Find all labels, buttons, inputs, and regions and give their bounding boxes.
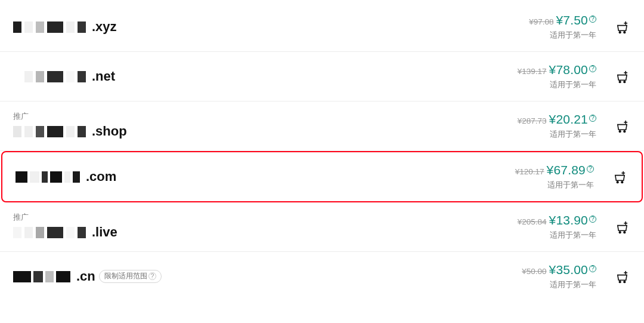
add-to-cart-icon bbox=[615, 119, 629, 133]
domain-row: .com¥120.17¥67.89?适用于第一年 bbox=[1, 151, 643, 202]
price-line: ¥120.17¥67.89? bbox=[515, 163, 594, 177]
domain-row-right: ¥120.17¥67.89?适用于第一年 bbox=[515, 163, 628, 190]
svg-point-11 bbox=[623, 130, 625, 132]
price-group: ¥287.73¥20.21?适用于第一年 bbox=[518, 112, 596, 140]
add-to-cart-icon bbox=[615, 270, 629, 284]
add-to-cart-button[interactable] bbox=[613, 267, 631, 285]
domain-tld: .net bbox=[92, 69, 115, 84]
svg-point-19 bbox=[623, 231, 625, 233]
domain-row-right: ¥50.00¥35.00?适用于第一年 bbox=[522, 263, 631, 290]
price-info-icon[interactable]: ? bbox=[589, 216, 596, 223]
original-price: ¥97.08 bbox=[529, 17, 553, 26]
domain-tld: .xyz bbox=[92, 19, 117, 35]
redacted-domain-name bbox=[13, 21, 86, 33]
redacted-domain-name bbox=[13, 126, 86, 137]
original-price: ¥50.00 bbox=[522, 267, 546, 276]
price-line: ¥50.00¥35.00? bbox=[522, 263, 596, 277]
price-line: ¥139.17¥78.00? bbox=[518, 63, 596, 77]
domain-row-left: 推广.shop bbox=[13, 113, 127, 140]
svg-point-15 bbox=[621, 181, 623, 183]
price-info-icon[interactable]: ? bbox=[587, 165, 594, 173]
svg-point-3 bbox=[623, 31, 625, 33]
svg-point-2 bbox=[619, 31, 621, 33]
svg-point-23 bbox=[623, 281, 625, 282]
original-price: ¥205.84 bbox=[518, 217, 547, 226]
price-note: 适用于第一年 bbox=[550, 129, 596, 140]
original-price: ¥287.73 bbox=[518, 116, 547, 125]
domain-search-results: .xyz¥97.08¥7.50?适用于第一年 .net¥139.17¥78.00… bbox=[0, 0, 644, 307]
add-to-cart-button[interactable] bbox=[613, 218, 631, 236]
domain-row-left: 推广.live bbox=[13, 214, 117, 241]
add-to-cart-icon bbox=[613, 170, 627, 184]
domain-tld: .shop bbox=[92, 124, 127, 139]
promo-tag: 推广 bbox=[13, 214, 117, 222]
price-group: ¥50.00¥35.00?适用于第一年 bbox=[522, 263, 596, 290]
svg-point-10 bbox=[619, 130, 621, 132]
domain-row-left: .xyz bbox=[13, 19, 117, 35]
price-note: 适用于第一年 bbox=[550, 30, 596, 41]
price-line: ¥287.73¥20.21? bbox=[518, 112, 596, 127]
domain-row-left: .cn限制适用范围? bbox=[13, 269, 162, 284]
restriction-badge-label: 限制适用范围 bbox=[104, 271, 147, 281]
original-price: ¥120.17 bbox=[515, 167, 544, 176]
domain-row-right: ¥287.73¥20.21?适用于第一年 bbox=[518, 112, 631, 140]
price-line: ¥205.84¥13.90? bbox=[518, 213, 596, 227]
add-to-cart-icon bbox=[615, 220, 629, 234]
domain-line: .live bbox=[13, 224, 117, 240]
domain-row-right: ¥97.08¥7.50?适用于第一年 bbox=[529, 13, 631, 41]
promo-tag: 推广 bbox=[13, 113, 127, 121]
price-line: ¥97.08¥7.50? bbox=[529, 13, 596, 27]
domain-row-right: ¥205.84¥13.90?适用于第一年 bbox=[518, 213, 631, 241]
domain-row: 推广.live¥205.84¥13.90?适用于第一年 bbox=[0, 202, 644, 252]
add-to-cart-button[interactable] bbox=[613, 18, 631, 36]
price-group: ¥205.84¥13.90?适用于第一年 bbox=[518, 213, 596, 241]
price-info-icon[interactable]: ? bbox=[589, 265, 596, 272]
domain-row: .cn限制适用范围?¥50.00¥35.00?适用于第一年 bbox=[0, 252, 644, 301]
domain-row: .xyz¥97.08¥7.50?适用于第一年 bbox=[0, 2, 644, 52]
add-to-cart-icon bbox=[615, 20, 629, 34]
svg-point-18 bbox=[619, 231, 621, 233]
help-icon[interactable]: ? bbox=[148, 272, 156, 280]
price-group: ¥120.17¥67.89?适用于第一年 bbox=[515, 163, 594, 190]
add-to-cart-icon bbox=[615, 70, 629, 84]
price-group: ¥97.08¥7.50?适用于第一年 bbox=[529, 13, 596, 41]
domain-tld: .com bbox=[86, 169, 116, 184]
price-info-icon[interactable]: ? bbox=[589, 16, 596, 23]
current-price: ¥20.21 bbox=[549, 112, 588, 127]
current-price: ¥78.00 bbox=[549, 63, 588, 77]
restriction-badge[interactable]: 限制适用范围? bbox=[99, 270, 162, 283]
redacted-domain-name bbox=[13, 71, 86, 82]
domain-line: .shop bbox=[13, 124, 127, 139]
original-price: ¥139.17 bbox=[518, 67, 547, 76]
redacted-domain-name bbox=[13, 271, 70, 282]
svg-point-6 bbox=[619, 81, 621, 82]
domain-line: .xyz bbox=[13, 19, 117, 35]
add-to-cart-button[interactable] bbox=[613, 67, 631, 85]
price-note: 适用于第一年 bbox=[547, 180, 594, 190]
domain-line: .com bbox=[16, 169, 116, 184]
domain-tld: .cn bbox=[76, 269, 95, 284]
price-info-icon[interactable]: ? bbox=[589, 65, 596, 72]
domain-row-right: ¥139.17¥78.00?适用于第一年 bbox=[518, 63, 631, 90]
domain-row: 推广.shop¥287.73¥20.21?适用于第一年 bbox=[0, 101, 644, 151]
price-info-icon[interactable]: ? bbox=[589, 115, 596, 122]
current-price: ¥7.50 bbox=[556, 13, 588, 27]
domain-row: .net¥139.17¥78.00?适用于第一年 bbox=[0, 52, 644, 101]
domain-tld: .live bbox=[92, 224, 117, 240]
price-note: 适用于第一年 bbox=[550, 230, 596, 241]
svg-point-14 bbox=[617, 181, 618, 183]
svg-point-22 bbox=[619, 281, 621, 282]
current-price: ¥35.00 bbox=[549, 263, 588, 277]
current-price: ¥13.90 bbox=[549, 213, 588, 227]
add-to-cart-button[interactable] bbox=[611, 168, 628, 186]
price-note: 适用于第一年 bbox=[550, 79, 596, 90]
add-to-cart-button[interactable] bbox=[613, 117, 631, 135]
price-note: 适用于第一年 bbox=[550, 279, 596, 290]
domain-row-left: .net bbox=[13, 69, 115, 84]
domain-row-left: .com bbox=[16, 169, 116, 184]
current-price: ¥67.89 bbox=[547, 163, 586, 177]
price-group: ¥139.17¥78.00?适用于第一年 bbox=[518, 63, 596, 90]
redacted-domain-name bbox=[16, 171, 80, 183]
domain-line: .net bbox=[13, 69, 115, 84]
redacted-domain-name bbox=[13, 227, 86, 238]
